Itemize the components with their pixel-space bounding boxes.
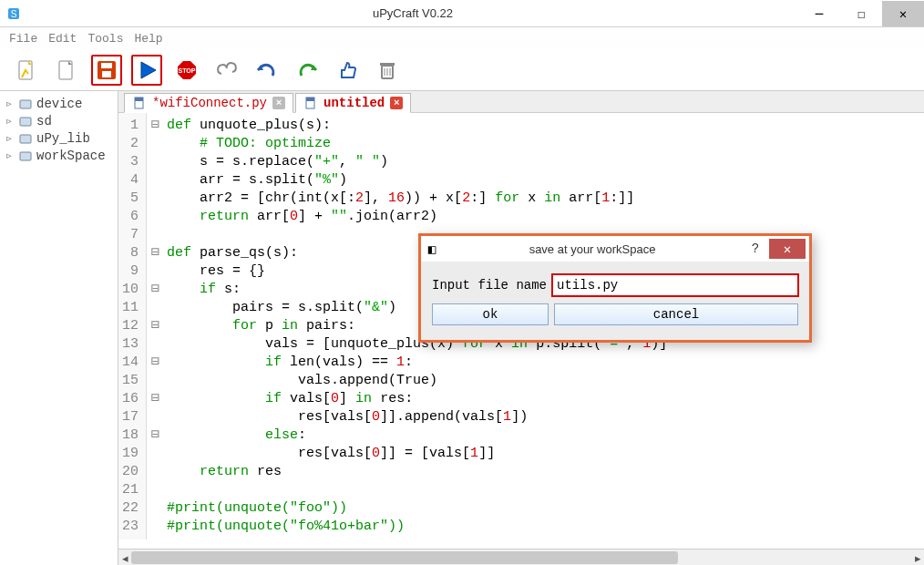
menu-tools[interactable]: Tools [87, 32, 123, 46]
title-bar: S uPyCraft V0.22 ─ ☐ ✕ [0, 0, 924, 27]
svg-rect-24 [135, 98, 143, 101]
folder-icon [18, 114, 33, 128]
menu-file[interactable]: File [9, 32, 37, 46]
svg-text:S: S [11, 9, 17, 19]
svg-rect-26 [306, 98, 314, 101]
window-title: uPyCraft V0.22 [27, 6, 798, 20]
svg-rect-8 [102, 71, 111, 77]
tab-close-icon[interactable]: × [390, 97, 403, 109]
expand-icon[interactable]: ▹ [5, 148, 15, 163]
save-icon[interactable] [91, 55, 122, 86]
undo-icon[interactable] [252, 55, 282, 86]
menu-help[interactable]: Help [134, 32, 162, 46]
run-icon[interactable] [131, 55, 162, 86]
hscrollbar[interactable]: ◂ ▸ [118, 549, 924, 565]
dialog-close-button[interactable]: ✕ [769, 239, 806, 259]
scroll-left-icon[interactable]: ◂ [118, 550, 131, 565]
expand-icon[interactable]: ▹ [5, 113, 15, 128]
file-tree[interactable]: ▹device▹sd▹uPy_lib▹workSpace [0, 91, 118, 565]
minimize-button[interactable]: ─ [798, 1, 840, 26]
cancel-button[interactable]: cancel [554, 303, 798, 325]
ok-button[interactable]: ok [432, 303, 549, 325]
filename-label: Input file name [432, 278, 547, 293]
svg-rect-7 [101, 63, 112, 68]
new-file-icon[interactable] [11, 55, 42, 86]
tree-item-upylib[interactable]: ▹uPy_lib [0, 129, 118, 147]
svg-rect-19 [20, 100, 31, 108]
dialog-icon: ◧ [421, 241, 443, 257]
file-icon [303, 96, 318, 110]
menu-bar: File Edit Tools Help [0, 27, 924, 49]
svg-rect-22 [20, 152, 31, 160]
folder-icon [18, 97, 33, 111]
line-gutter: 1 2 3 4 5 6 7 8 9 10 11 12 13 14 15 16 1… [118, 113, 147, 539]
tree-label: device [36, 97, 82, 111]
folder-icon [18, 131, 33, 146]
filename-input[interactable] [552, 274, 798, 296]
expand-icon[interactable]: ▹ [5, 96, 15, 111]
tree-label: uPy_lib [36, 131, 90, 146]
tree-label: sd [36, 114, 52, 128]
tab-bar: *wifiConnect.py×untitled× [118, 91, 924, 113]
svg-text:STOP: STOP [179, 67, 196, 74]
tab-label: *wifiConnect.py [152, 96, 267, 110]
folder-icon [18, 149, 33, 163]
tree-label: workSpace [36, 149, 106, 163]
open-file-icon[interactable] [51, 55, 82, 86]
stop-icon[interactable]: STOP [171, 55, 202, 86]
fold-column[interactable]: ⊟ ⊟ ⊟ ⊟ ⊟ ⊟ ⊟ [147, 113, 163, 539]
toolbar: STOP [0, 49, 924, 91]
file-icon [132, 96, 147, 110]
save-dialog: ◧ save at your workSpace ? ✕ Input file … [418, 233, 812, 343]
dialog-title: save at your workSpace [443, 242, 742, 256]
svg-rect-15 [380, 63, 395, 66]
scroll-right-icon[interactable]: ▸ [911, 550, 924, 565]
thumbs-up-icon[interactable] [332, 55, 363, 86]
expand-icon[interactable]: ▹ [5, 130, 15, 146]
svg-rect-20 [20, 118, 31, 126]
trash-icon[interactable] [372, 55, 403, 86]
app-icon: S [0, 6, 27, 21]
tab[interactable]: *wifiConnect.py× [124, 93, 293, 113]
tree-item-sd[interactable]: ▹sd [0, 112, 118, 129]
tab-label: untitled [323, 96, 385, 110]
tree-item-device[interactable]: ▹device [0, 95, 118, 112]
tab-close-icon[interactable]: × [272, 97, 285, 109]
maximize-button[interactable]: ☐ [840, 1, 882, 26]
svg-marker-9 [141, 62, 156, 78]
menu-edit[interactable]: Edit [48, 32, 77, 46]
redo-icon[interactable] [292, 55, 323, 86]
dialog-help-button[interactable]: ? [742, 241, 769, 256]
tab[interactable]: untitled× [295, 93, 411, 113]
tree-item-workspace[interactable]: ▹workSpace [0, 147, 118, 164]
connect-icon[interactable] [211, 55, 242, 86]
close-button[interactable]: ✕ [882, 1, 924, 26]
scroll-thumb[interactable] [131, 551, 678, 564]
svg-rect-21 [20, 135, 31, 143]
